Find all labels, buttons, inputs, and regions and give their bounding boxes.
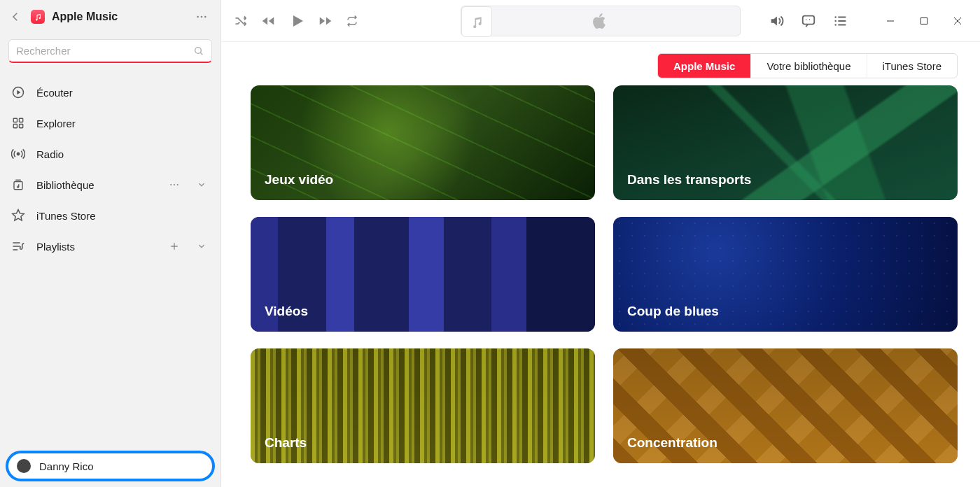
music-note-icon: [34, 13, 42, 21]
svg-rect-7: [13, 125, 17, 128]
svg-rect-10: [14, 182, 22, 190]
card-videos[interactable]: Vidéos: [251, 217, 595, 332]
sidebar-item-itunes[interactable]: iTunes Store: [0, 200, 220, 231]
shuffle-button[interactable]: [234, 14, 248, 28]
item-expand-button[interactable]: [194, 180, 209, 190]
card-label: Dans les transports: [627, 172, 751, 188]
repeat-button[interactable]: [346, 15, 358, 27]
svg-point-9: [17, 153, 19, 155]
sidebar: Apple Music Écouter Explorer Radio Bibli…: [0, 0, 221, 487]
chevron-down-icon: [197, 180, 206, 190]
svg-rect-5: [13, 118, 17, 122]
volume-icon: [769, 13, 784, 29]
card-label: Coup de blues: [627, 304, 719, 319]
play-button[interactable]: [288, 13, 305, 29]
card-jeux-video[interactable]: Jeux vidéo: [251, 85, 595, 200]
sidebar-item-label: Playlists: [36, 241, 75, 253]
maximize-icon: [920, 17, 928, 25]
tab-label: Apple Music: [673, 60, 735, 72]
backward-icon: [260, 13, 276, 29]
now-playing-display[interactable]: [461, 6, 741, 36]
account-name: Danny Rico: [39, 460, 94, 472]
svg-point-1: [201, 16, 203, 18]
apple-logo: [593, 12, 608, 30]
tab-itunes-store[interactable]: iTunes Store: [867, 54, 958, 78]
svg-point-3: [195, 47, 202, 53]
window-controls: [886, 17, 967, 25]
sidebar-item-explore[interactable]: Explorer: [0, 108, 220, 139]
main: Apple Music Votre bibliothèque iTunes St…: [221, 0, 980, 487]
search-input-wrap[interactable]: [8, 39, 212, 63]
right-controls: [769, 13, 967, 29]
minimize-button[interactable]: [886, 17, 900, 25]
play-circle-icon: [11, 85, 25, 99]
app-title: Apple Music: [52, 10, 183, 23]
svg-point-12: [174, 184, 175, 185]
back-button[interactable]: [7, 8, 24, 25]
sidebar-item-label: Bibliothèque: [36, 179, 94, 191]
sidebar-item-listen[interactable]: Écouter: [0, 77, 220, 108]
card-charts[interactable]: Charts: [251, 348, 595, 463]
maximize-button[interactable]: [920, 17, 934, 25]
queue-button[interactable]: [833, 13, 848, 29]
tab-label: iTunes Store: [883, 60, 942, 72]
radio-icon: [11, 147, 25, 161]
search-icon: [193, 45, 204, 57]
lyrics-button[interactable]: [801, 13, 816, 29]
close-button[interactable]: [953, 17, 967, 25]
library-icon: [12, 178, 24, 191]
ellipsis-icon: [195, 10, 208, 23]
apple-icon: [593, 12, 608, 30]
tab-apple-music[interactable]: Apple Music: [658, 54, 751, 78]
topbar: [221, 0, 980, 42]
sidebar-item-label: Explorer: [36, 118, 76, 129]
apple-music-logo: [31, 10, 45, 24]
account-button[interactable]: Danny Rico: [6, 451, 215, 481]
repeat-icon: [346, 15, 358, 27]
list-icon: [833, 13, 848, 29]
sidebar-item-playlists[interactable]: Playlists: [0, 231, 220, 262]
grid-icon: [12, 117, 24, 129]
svg-point-15: [834, 16, 836, 17]
playlist-icon: [11, 239, 25, 253]
arrow-left-icon: [9, 10, 22, 23]
card-concentration[interactable]: Concentration: [613, 348, 958, 463]
cards-grid: Jeux vidéo Dans les transports Vidéos Co…: [251, 85, 958, 463]
playback-controls: [234, 13, 358, 29]
card-coup-de-blues[interactable]: Coup de blues: [613, 217, 958, 332]
play-icon: [288, 13, 305, 29]
search-input[interactable]: [16, 45, 188, 57]
forward-icon: [318, 13, 333, 29]
card-label: Concentration: [627, 435, 718, 451]
star-icon: [11, 209, 25, 223]
item-more-button[interactable]: [166, 179, 183, 190]
card-dans-les-transports[interactable]: Dans les transports: [613, 85, 958, 200]
card-label: Charts: [265, 435, 307, 451]
item-expand-button[interactable]: [194, 241, 209, 251]
chevron-down-icon: [197, 241, 206, 251]
sidebar-item-label: Radio: [36, 148, 64, 160]
sidebar-item-radio[interactable]: Radio: [0, 139, 220, 169]
view-tabs-container: Apple Music Votre bibliothèque iTunes St…: [221, 42, 980, 85]
prev-button[interactable]: [260, 13, 276, 29]
plus-icon: [169, 241, 180, 252]
sidebar-item-label: Écouter: [36, 87, 73, 99]
ellipsis-icon: [169, 179, 180, 190]
sidebar-item-library[interactable]: Bibliothèque: [0, 169, 220, 200]
view-tabs: Apple Music Votre bibliothèque iTunes St…: [657, 53, 958, 78]
shuffle-icon: [234, 14, 248, 28]
next-button[interactable]: [318, 13, 333, 29]
sidebar-header: Apple Music: [0, 0, 220, 34]
add-playlist-button[interactable]: [166, 241, 183, 252]
close-icon: [953, 17, 962, 25]
volume-button[interactable]: [769, 13, 784, 29]
tab-label: Votre bibliothèque: [766, 60, 850, 72]
tab-your-library[interactable]: Votre bibliothèque: [751, 54, 867, 78]
sidebar-item-label: iTunes Store: [36, 210, 96, 222]
svg-point-16: [834, 20, 836, 21]
more-button[interactable]: [190, 8, 214, 26]
svg-rect-6: [20, 118, 23, 122]
now-playing-artwork: [461, 6, 492, 37]
cards-scroll[interactable]: Jeux vidéo Dans les transports Vidéos Co…: [221, 85, 980, 487]
svg-point-11: [170, 184, 172, 185]
